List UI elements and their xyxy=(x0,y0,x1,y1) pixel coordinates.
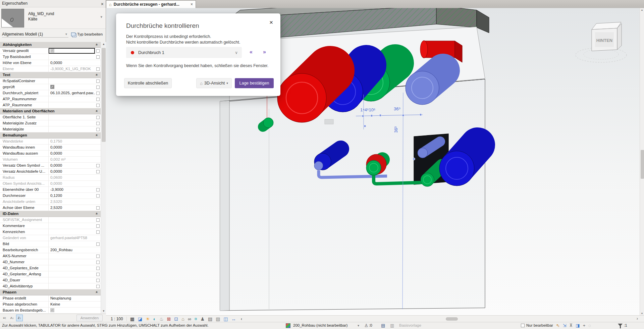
associate-parameter-checkbox[interactable] xyxy=(96,267,100,270)
close-tab-icon[interactable]: × xyxy=(191,2,193,7)
property-value[interactable]: ✓ xyxy=(49,308,95,313)
property-value[interactable]: Neuplanung xyxy=(49,295,95,301)
design-option-label[interactable]: Basisvorlage xyxy=(399,323,421,327)
property-value[interactable] xyxy=(49,253,95,259)
property-value[interactable]: 200_Rohbau xyxy=(49,247,95,253)
previous-button[interactable]: « xyxy=(250,49,253,55)
select-underlay-icon[interactable]: ⇲ xyxy=(563,323,567,329)
associate-parameter-checkbox[interactable] xyxy=(96,255,100,258)
category-row[interactable]: Text« xyxy=(0,72,101,78)
associate-parameter-checkbox[interactable] xyxy=(96,67,100,71)
dimension-text-1[interactable]: 1⁴4⁶10⁶ xyxy=(360,107,375,112)
sort-order-button[interactable]: ≡↕ xyxy=(1,315,8,321)
property-value[interactable] xyxy=(49,217,95,223)
view-cube[interactable]: HINTEN xyxy=(576,22,627,62)
durchbruch-dropdown[interactable]: Durchbruch 1 ∨ xyxy=(126,47,242,58)
associate-parameter-checkbox[interactable] xyxy=(96,164,100,167)
scroll-up-icon[interactable]: ▲ xyxy=(101,42,106,47)
property-value[interactable]: -3,9000_K1_UG_FBOK xyxy=(49,66,95,72)
displace-elements-icon[interactable]: ◫ xyxy=(224,316,228,322)
property-value[interactable]: 0,002 m³ xyxy=(49,157,95,162)
property-value[interactable]: 2,5320 xyxy=(49,205,95,211)
value-checkbox[interactable]: ✓ xyxy=(50,308,54,312)
property-value[interactable]: 0,0000 xyxy=(49,181,95,186)
properties-scrollbar[interactable]: ▲ ▼ xyxy=(101,42,106,314)
associate-parameter-checkbox[interactable] xyxy=(96,242,100,246)
associate-parameter-checkbox[interactable] xyxy=(96,194,100,198)
associate-parameter-checkbox[interactable] xyxy=(96,92,100,95)
associate-parameter-checkbox[interactable] xyxy=(96,230,100,234)
value-checkbox[interactable]: ✓ xyxy=(50,49,54,53)
category-row[interactable]: Phasen« xyxy=(0,289,101,295)
view-scale-button[interactable]: 1 : 100 xyxy=(111,317,127,321)
wall[interactable] xyxy=(220,79,485,311)
property-value[interactable] xyxy=(49,229,95,235)
associate-parameter-checkbox[interactable] xyxy=(96,128,100,131)
spinner-icon[interactable]: ◌ xyxy=(588,323,591,329)
collapse-chevron-icon[interactable]: « xyxy=(95,213,99,215)
property-value[interactable]: 0,0000 xyxy=(49,163,95,168)
collapse-chevron-icon[interactable]: « xyxy=(95,291,99,293)
close-icon[interactable]: × xyxy=(101,1,104,8)
associate-parameter-checkbox[interactable] xyxy=(96,79,100,83)
category-row[interactable]: Abhängigkeiten« xyxy=(0,42,101,48)
visual-style-icon[interactable]: ◪ xyxy=(138,316,142,322)
filter-count[interactable]: :1 xyxy=(624,323,627,327)
associate-parameter-checkbox[interactable] xyxy=(96,104,100,107)
property-value[interactable] xyxy=(49,102,95,108)
category-row[interactable]: Materialien und Oberflächen« xyxy=(0,108,101,114)
property-value[interactable]: Keine xyxy=(49,301,95,307)
3d-view-button[interactable]: ⌂ 3D-Ansicht ▾ xyxy=(196,78,232,88)
property-value[interactable]: gerhard.pawlat4PT58 xyxy=(49,235,95,241)
render-icon[interactable]: ♨ xyxy=(159,316,164,322)
property-value[interactable] xyxy=(49,223,95,229)
edit-type-button[interactable]: Typ bearbeiten xyxy=(71,30,103,38)
editing-requests-icon[interactable]: ♙ xyxy=(364,323,368,328)
finish-control-button[interactable]: Kontrolle abschließen xyxy=(124,78,172,88)
reveal-constraints-icon[interactable]: ↔ xyxy=(231,316,236,322)
drag-on-selection-icon[interactable]: + xyxy=(583,323,586,329)
associate-parameter-checkbox[interactable] xyxy=(96,224,100,228)
editable-only-checkbox[interactable] xyxy=(521,324,525,327)
viewcube-face-label[interactable]: HINTEN xyxy=(596,38,612,43)
shadows-icon[interactable]: ◐ xyxy=(153,316,156,322)
collapse-chevron-icon[interactable]: « xyxy=(95,110,99,112)
select-pinned-icon[interactable]: ⊼ xyxy=(570,323,573,329)
property-value[interactable] xyxy=(49,126,95,132)
property-value[interactable] xyxy=(49,78,95,84)
worksharing-display-icon[interactable]: ♟ xyxy=(200,316,205,322)
horizontal-scrollbar-thumb[interactable] xyxy=(446,317,458,321)
associate-parameter-checkbox[interactable] xyxy=(96,273,100,276)
dimension-text-2[interactable]: 36⁹ xyxy=(394,106,400,111)
next-button[interactable]: » xyxy=(263,49,266,55)
collapse-chevron-icon[interactable]: « xyxy=(95,74,99,76)
associate-parameter-checkbox[interactable] xyxy=(96,188,100,191)
scroll-up-icon[interactable]: ▲ xyxy=(640,9,644,11)
dimension-text-3[interactable]: 36³ xyxy=(393,126,398,133)
property-value[interactable]: ✓ xyxy=(49,84,95,90)
select-links-icon[interactable]: ⇖ xyxy=(556,323,560,329)
property-value[interactable] xyxy=(49,120,95,126)
category-row[interactable]: ID-Daten« xyxy=(0,211,101,217)
select-faces-icon[interactable]: ◨ xyxy=(576,323,580,329)
sun-path-icon[interactable]: ☀ xyxy=(146,316,150,322)
property-value[interactable] xyxy=(49,114,95,120)
property-value[interactable]: 06.10.2025, gerhard.paw... xyxy=(49,90,95,96)
active-workset-dropdown[interactable]: 200_Rohbau (nicht bearbeitbar) xyxy=(293,323,347,327)
scrollbar-thumb[interactable] xyxy=(641,150,644,179)
close-icon[interactable]: × xyxy=(269,19,273,26)
reveal-hidden-icon[interactable]: ¤ xyxy=(195,316,197,322)
associate-parameter-checkbox[interactable] xyxy=(96,279,100,282)
category-row[interactable]: Bemaßungen« xyxy=(0,132,101,139)
analytical-model-icon[interactable]: ▧ xyxy=(216,316,220,322)
filter-icon[interactable] xyxy=(618,324,623,326)
property-value[interactable] xyxy=(49,54,95,60)
property-value[interactable]: 0,0000 xyxy=(49,151,95,156)
chevron-down-icon[interactable]: ▾ xyxy=(358,324,359,327)
collapse-icon[interactable]: ‹ xyxy=(239,316,242,321)
chevron-down-icon[interactable]: ▾ xyxy=(100,15,102,19)
scroll-right-icon[interactable]: › xyxy=(637,316,638,321)
scrollbar-thumb[interactable] xyxy=(102,48,106,142)
property-value[interactable]: -3,9000 xyxy=(49,187,95,193)
associate-parameter-checkbox[interactable] xyxy=(96,170,100,173)
